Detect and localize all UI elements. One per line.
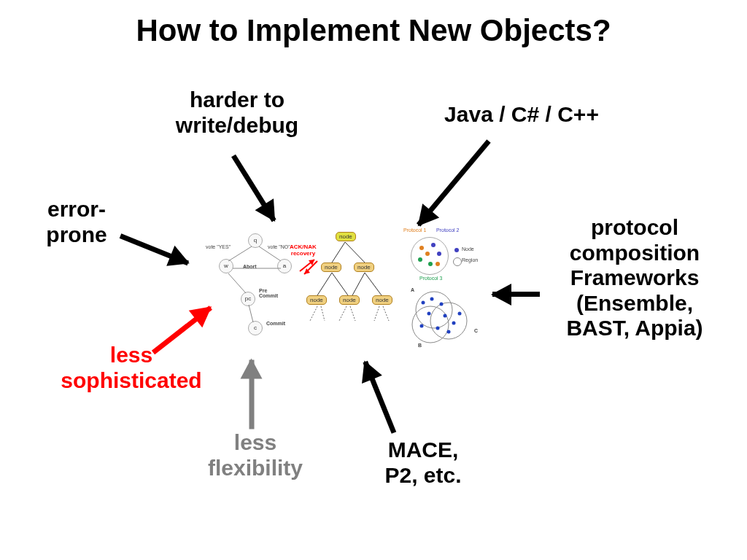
svg-point-31 <box>422 301 425 305</box>
svg-line-0 <box>228 246 252 261</box>
svg-point-22 <box>431 243 436 247</box>
svg-line-9 <box>332 242 345 262</box>
venn <box>409 288 481 350</box>
label-error: error-prone <box>33 197 120 247</box>
svg-point-40 <box>447 330 451 334</box>
slide-title: How to Implement New Objects? <box>0 13 747 48</box>
legend-region: Region <box>462 257 478 262</box>
svg-line-19 <box>374 306 379 321</box>
label-less-flexibility: lessflexibility <box>190 430 321 481</box>
svg-point-32 <box>430 298 434 301</box>
svg-line-12 <box>332 273 348 295</box>
svg-point-35 <box>444 314 447 318</box>
svg-line-14 <box>365 273 382 295</box>
label-mace: MACE,P2, etc. <box>365 438 481 488</box>
txt-proto1: Protocol 1 <box>403 228 427 233</box>
arrow-mace <box>363 361 396 434</box>
svg-line-17 <box>339 306 347 321</box>
svg-point-37 <box>436 327 440 330</box>
svg-line-1 <box>259 246 281 261</box>
svg-point-26 <box>425 252 430 256</box>
txt-proto3: Protocol 3 <box>419 276 443 281</box>
label-protocol: protocolcompositionFrameworks(Ensemble,B… <box>543 215 726 341</box>
svg-point-34 <box>427 312 431 316</box>
svg-point-21 <box>419 246 424 250</box>
arrow-less-flexibility <box>249 360 255 429</box>
svg-line-4 <box>249 305 253 322</box>
svg-point-39 <box>458 312 462 316</box>
legend-node-dot <box>454 248 459 252</box>
label-harder: harder towrite/debug <box>153 88 321 138</box>
svg-point-27 <box>436 262 440 266</box>
svg-point-23 <box>437 252 441 256</box>
svg-point-36 <box>452 322 456 325</box>
svg-line-3 <box>228 273 246 293</box>
svg-point-33 <box>440 303 444 306</box>
svg-line-16 <box>321 306 325 321</box>
tree-lines <box>295 233 412 335</box>
svg-line-15 <box>310 306 317 321</box>
arrow-harder <box>231 155 276 222</box>
label-less-sophisticated: lesssophisticated <box>51 343 212 393</box>
arrow-protocol <box>492 292 540 297</box>
svg-line-11 <box>317 273 332 295</box>
center-diagram: q w a pc c vote "YES" vote "NO" Abort Pr… <box>208 233 485 365</box>
txt-proto2: Protocol 2 <box>436 228 460 233</box>
arrow-java <box>417 139 491 226</box>
svg-point-25 <box>428 262 433 266</box>
svg-point-24 <box>418 257 422 262</box>
legend-node: Node <box>462 246 474 252</box>
label-java: Java / C# / C++ <box>423 102 620 128</box>
svg-point-38 <box>420 324 424 328</box>
svg-line-10 <box>345 242 365 262</box>
svg-line-20 <box>383 306 389 321</box>
protocol-circle <box>411 237 449 275</box>
arrow-error <box>120 233 189 265</box>
svg-line-13 <box>352 273 365 295</box>
legend-region-dot <box>453 257 462 266</box>
state-lines <box>208 233 303 343</box>
svg-line-18 <box>350 306 355 321</box>
